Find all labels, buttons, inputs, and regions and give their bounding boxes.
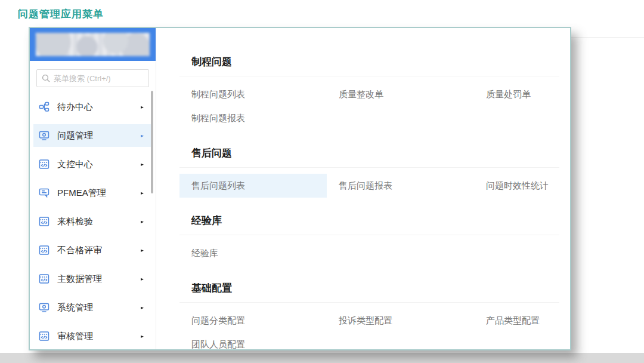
section-title: 售后问题: [179, 148, 559, 168]
code-window-icon: [38, 216, 50, 227]
menu-link[interactable]: 售后问题报表: [327, 174, 474, 198]
background-bottom-strip: [0, 353, 644, 363]
menu-link[interactable]: 问题时效性统计: [474, 174, 570, 198]
background-divider-line: [570, 37, 644, 38]
sitemap-icon: [38, 101, 50, 113]
section-title: 制程问题: [179, 57, 559, 76]
chevron-right-icon: ▸: [141, 333, 144, 339]
menu-panel: 制程问题 制程问题列表 质量整改单 质量处罚单 制程问题报表 售后问题 售后问题…: [156, 28, 570, 349]
chevron-right-icon: ▸: [141, 104, 144, 109]
blurred-logo: [36, 33, 150, 56]
menu-link[interactable]: 产品类型配置: [474, 309, 570, 333]
sidebar-item-system-management[interactable]: 系统管理 ▸: [33, 296, 152, 319]
sidebar: 待办中心 ▸ 问题管理 ▸: [30, 28, 156, 349]
menu-link[interactable]: 问题分类配置: [179, 309, 327, 333]
chevron-right-icon: ▸: [141, 133, 144, 138]
sidebar-item-label: 主数据管理: [57, 273, 141, 285]
app-menu-popup: 待办中心 ▸ 问题管理 ▸: [29, 27, 571, 350]
menu-search-box[interactable]: [36, 69, 149, 87]
code-window-icon: [38, 158, 50, 170]
sidebar-item-label: 待办中心: [57, 101, 141, 113]
chevron-right-icon: ▸: [141, 276, 144, 281]
chevron-right-icon: ▸: [141, 304, 144, 310]
comment-icon: [38, 187, 50, 199]
sidebar-item-label: 问题管理: [57, 130, 141, 141]
sidebar-item-incoming-inspection[interactable]: 来料检验 ▸: [33, 210, 152, 233]
menu-section-aftersales-problems: 售后问题 售后问题列表 售后问题报表 问题时效性统计: [179, 148, 559, 198]
menu-section-experience-library: 经验库 经验库: [179, 216, 559, 265]
chevron-right-icon: ▸: [141, 190, 144, 195]
section-title: 基础配置: [179, 283, 559, 303]
sidebar-item-label: 不合格评审: [57, 245, 141, 256]
chevron-right-icon: ▸: [141, 161, 144, 167]
sidebar-item-nonconforming-review[interactable]: 不合格评审 ▸: [33, 239, 152, 262]
menu-link[interactable]: 质量整改单: [327, 82, 474, 106]
menu-link[interactable]: 制程问题列表: [179, 82, 327, 106]
sidebar-item-todo-center[interactable]: 待办中心 ▸: [33, 96, 152, 118]
menu-section-process-problems: 制程问题 制程问题列表 质量整改单 质量处罚单 制程问题报表: [179, 57, 559, 130]
sidebar-scrollbar[interactable]: [151, 91, 153, 193]
menu-link[interactable]: 质量处罚单: [474, 82, 570, 106]
sidebar-header: [30, 28, 156, 61]
sidebar-menu-list: 待办中心 ▸ 问题管理 ▸: [30, 87, 156, 347]
chevron-right-icon: ▸: [141, 219, 144, 224]
menu-link[interactable]: 投诉类型配置: [327, 309, 474, 333]
menu-link[interactable]: 售后问题列表: [179, 174, 327, 198]
monitor-gear-icon: [38, 130, 50, 141]
menu-link[interactable]: 经验库: [179, 241, 327, 265]
search-icon: [42, 74, 50, 82]
code-window-icon: [38, 273, 50, 285]
sidebar-item-label: 文控中心: [57, 159, 141, 170]
sidebar-item-label: 审核管理: [57, 331, 141, 342]
sidebar-item-label: 系统管理: [57, 302, 141, 313]
sidebar-item-label: 来料检验: [57, 216, 141, 227]
monitor-gear-icon: [38, 302, 50, 313]
section-title: 经验库: [179, 216, 559, 235]
sidebar-item-doc-control-center[interactable]: 文控中心 ▸: [33, 153, 152, 176]
sidebar-item-problem-management[interactable]: 问题管理 ▸: [33, 124, 152, 147]
menu-link[interactable]: 制程问题报表: [179, 106, 327, 130]
sidebar-item-pfmea-management[interactable]: PFMEA管理 ▸: [33, 182, 152, 204]
menu-section-basic-configuration: 基础配置 问题分类配置 投诉类型配置 产品类型配置 团队人员配置: [179, 283, 559, 349]
menu-search-input[interactable]: [54, 74, 144, 83]
sidebar-item-master-data-management[interactable]: 主数据管理 ▸: [33, 267, 152, 290]
code-window-icon: [38, 244, 50, 256]
screenshot-root: 问题管理应用菜单: [0, 0, 644, 363]
menu-link[interactable]: 团队人员配置: [179, 333, 327, 349]
page-title: 问题管理应用菜单: [18, 7, 104, 21]
code-window-icon: [38, 330, 50, 342]
sidebar-item-audit-management[interactable]: 审核管理 ▸: [33, 325, 152, 347]
sidebar-item-label: PFMEA管理: [57, 187, 141, 199]
chevron-right-icon: ▸: [141, 247, 144, 253]
